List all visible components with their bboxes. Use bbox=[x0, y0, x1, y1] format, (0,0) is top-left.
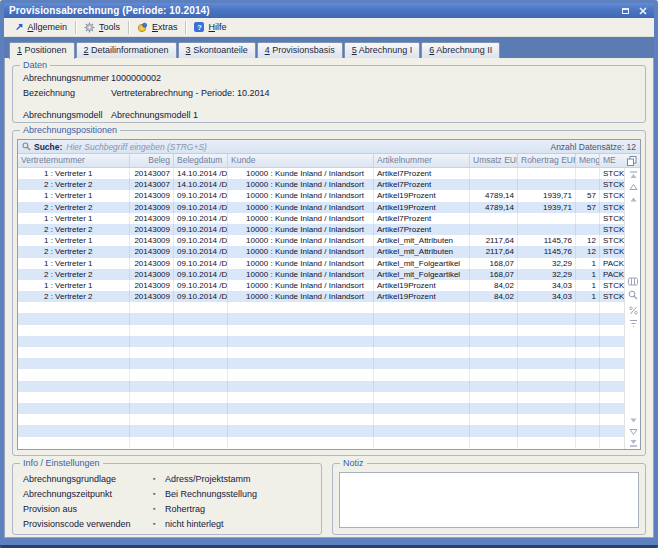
scroll-to-top-button[interactable] bbox=[628, 170, 638, 180]
menu-hilfe[interactable]: ? Hilfe bbox=[187, 19, 233, 35]
cell-artikelnummer: Artikel_mit_Folgeartikel bbox=[374, 258, 470, 269]
page-up-button[interactable] bbox=[628, 182, 638, 192]
cell-artikelnummer: Artikel_mit_Folgeartikel bbox=[374, 269, 470, 280]
cell-vertreternummer: 1 : Vertreter 1 bbox=[18, 258, 130, 269]
table-row-empty bbox=[18, 336, 624, 347]
table-row[interactable]: 2 : Vertreter 22014300909.10.2014 /Do100… bbox=[18, 224, 624, 235]
column-header-artikelnummer[interactable]: Artikelnummer bbox=[374, 154, 470, 167]
table-row-empty bbox=[18, 392, 624, 403]
cell-beleg bbox=[130, 336, 174, 347]
tab-band: 1 Positionen 2 Detailinformationen 3 Sko… bbox=[4, 37, 654, 58]
cell-umsatz-eur: 84,02 bbox=[470, 291, 518, 302]
cell-vertreternummer: 1 : Vertreter 1 bbox=[18, 190, 130, 201]
percent-button[interactable] bbox=[628, 305, 638, 315]
filter-button[interactable] bbox=[628, 318, 638, 328]
page-down-button[interactable] bbox=[628, 426, 638, 436]
cell-vertreternummer: 1 : Vertreter 1 bbox=[18, 213, 130, 224]
menu-tools-label: Tools bbox=[99, 22, 120, 32]
cell-beleg: 20143009 bbox=[130, 235, 174, 246]
cell-beleg bbox=[130, 347, 174, 358]
table-row[interactable]: 2 : Vertreter 22014300909.10.2014 /Do100… bbox=[18, 246, 624, 257]
search-input[interactable]: Hier Suchbegriff eingeben (STRG+S) bbox=[66, 142, 550, 152]
field-label: Abrechnungsnummer bbox=[23, 73, 111, 83]
table-row-empty bbox=[18, 347, 624, 358]
cell-menge: 1 bbox=[576, 280, 600, 291]
table-row[interactable]: 1 : Vertreter 12014300909.10.2014 /Do100… bbox=[18, 258, 624, 269]
tab-abrechnung-1[interactable]: 5 Abrechnung I bbox=[344, 42, 421, 58]
menu-extras-label: Extras bbox=[152, 22, 178, 32]
row-up-button[interactable] bbox=[628, 194, 638, 204]
column-header-rohertrag-eur[interactable]: Rohertrag EUR bbox=[518, 154, 576, 167]
table-row[interactable]: 1 : Vertreter 12014300909.10.2014 /Do100… bbox=[18, 280, 624, 291]
cell-menge bbox=[576, 369, 600, 380]
cell-kunde bbox=[228, 325, 374, 336]
cell-belegdatum: 09.10.2014 /Do bbox=[174, 258, 228, 269]
tab-skontoanteile[interactable]: 3 Skontoanteile bbox=[178, 42, 256, 58]
scroll-to-bottom-button[interactable] bbox=[628, 437, 638, 447]
cell-menge bbox=[576, 336, 600, 347]
magnifier-icon bbox=[628, 290, 638, 300]
copy-icon bbox=[627, 156, 637, 166]
table-row[interactable]: 1 : Vertreter 12014300714.10.2014 /Di100… bbox=[18, 168, 624, 179]
cell-kunde bbox=[228, 336, 374, 347]
table-row-empty bbox=[18, 425, 624, 436]
menu-allgemein[interactable]: ↗ Allgemein bbox=[8, 19, 74, 35]
table-row[interactable]: 2 : Vertreter 22014300714.10.2014 /Di100… bbox=[18, 179, 624, 190]
copy-grid-button[interactable] bbox=[624, 154, 640, 167]
table-row-empty bbox=[18, 358, 624, 369]
cell-beleg bbox=[130, 325, 174, 336]
cell-vertreternummer bbox=[18, 347, 130, 358]
cell-kunde: 10000 : Kunde Inland / Inlandsort bbox=[228, 224, 374, 235]
column-header-umsatz-eur[interactable]: Umsatz EUR bbox=[470, 154, 518, 167]
zoom-button[interactable] bbox=[628, 290, 638, 300]
cell-menge bbox=[576, 403, 600, 414]
maximize-button[interactable] bbox=[619, 5, 631, 16]
cell-rohertrag-eur bbox=[518, 358, 576, 369]
cell-menge bbox=[576, 425, 600, 436]
tab-provisionsbasis[interactable]: 4 Provisionsbasis bbox=[257, 42, 343, 58]
column-header-vertreternummer[interactable]: Vertreternummer bbox=[18, 154, 130, 167]
tab-abrechnung-2[interactable]: 6 Abrechnung II bbox=[421, 42, 500, 58]
menu-tools[interactable]: Tools bbox=[77, 19, 127, 35]
table-row-empty bbox=[18, 313, 624, 324]
cell-belegdatum: 09.10.2014 /Do bbox=[174, 202, 228, 213]
cell-beleg bbox=[130, 403, 174, 414]
column-header-kunde[interactable]: Kunde bbox=[228, 154, 374, 167]
table-row[interactable]: 1 : Vertreter 12014300909.10.2014 /Do100… bbox=[18, 213, 624, 224]
cell-kunde: 10000 : Kunde Inland / Inlandsort bbox=[228, 235, 374, 246]
cell-artikelnummer bbox=[374, 381, 470, 392]
page-down-icon bbox=[629, 427, 638, 436]
row-down-icon bbox=[629, 416, 638, 425]
cell-me bbox=[600, 336, 624, 347]
tab-positionen[interactable]: 1 Positionen bbox=[9, 42, 75, 59]
notiz-textarea[interactable] bbox=[339, 472, 639, 528]
info-label: Provision aus bbox=[23, 504, 153, 514]
cell-belegdatum: 09.10.2014 /Do bbox=[174, 224, 228, 235]
columns-icon bbox=[628, 277, 638, 286]
column-header-beleg[interactable]: Beleg bbox=[130, 154, 174, 167]
columns-button[interactable] bbox=[628, 276, 638, 286]
column-header-me[interactable]: ME bbox=[600, 154, 624, 167]
column-header-belegdatum[interactable]: Belegdatum bbox=[174, 154, 228, 167]
table-row[interactable]: 2 : Vertreter 22014300909.10.2014 /Do100… bbox=[18, 291, 624, 302]
table-row[interactable]: 2 : Vertreter 22014300909.10.2014 /Do100… bbox=[18, 202, 624, 213]
cell-me: STCK bbox=[600, 168, 624, 179]
cell-vertreternummer bbox=[18, 302, 130, 313]
table-row[interactable]: 1 : Vertreter 12014300909.10.2014 /Do100… bbox=[18, 235, 624, 246]
menu-extras[interactable]: Extras bbox=[130, 19, 185, 35]
row-down-button[interactable] bbox=[628, 415, 638, 425]
cell-menge: 1 bbox=[576, 269, 600, 280]
info-value: Adress/Projektstamm bbox=[165, 474, 251, 484]
cell-umsatz-eur bbox=[470, 325, 518, 336]
table-row[interactable]: 1 : Vertreter 12014300909.10.2014 /Do100… bbox=[18, 190, 624, 201]
close-button[interactable] bbox=[637, 5, 649, 16]
column-header-menge[interactable]: Menge bbox=[576, 154, 600, 167]
bullet-icon: ▪ bbox=[153, 520, 165, 527]
cell-belegdatum bbox=[174, 358, 228, 369]
table-row[interactable]: 2 : Vertreter 22014300909.10.2014 /Do100… bbox=[18, 269, 624, 280]
cell-kunde bbox=[228, 358, 374, 369]
cell-belegdatum bbox=[174, 425, 228, 436]
tab-detailinformationen[interactable]: 2 Detailinformationen bbox=[76, 42, 177, 58]
cell-artikelnummer: Artikel7Prozent bbox=[374, 224, 470, 235]
cell-rohertrag-eur bbox=[518, 313, 576, 324]
